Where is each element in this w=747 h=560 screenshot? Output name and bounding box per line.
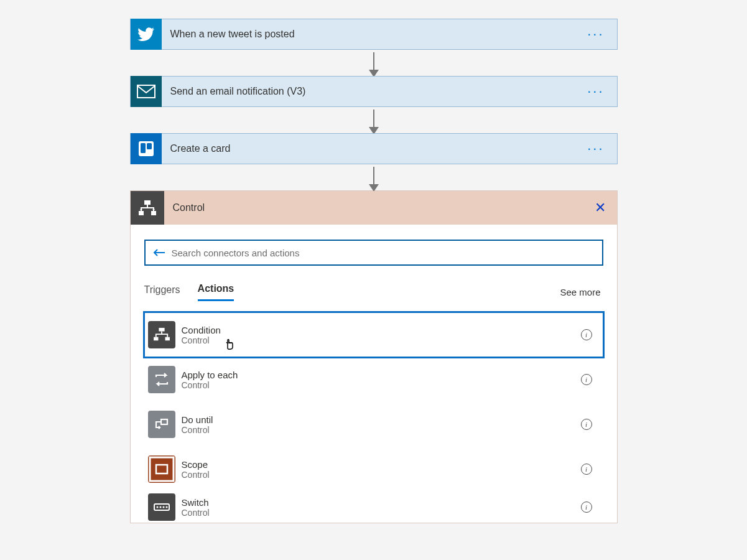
flow-step-twitter[interactable]: When a new tweet is posted ··· xyxy=(130,19,618,50)
scope-icon xyxy=(148,455,175,483)
svg-point-15 xyxy=(159,506,161,508)
action-switch[interactable]: Switch Control i xyxy=(144,492,603,523)
info-icon[interactable]: i xyxy=(581,464,592,475)
action-subtitle: Control xyxy=(182,380,238,390)
flow-arrow xyxy=(373,167,374,188)
step-title: When a new tweet is posted xyxy=(170,29,295,40)
tab-actions[interactable]: Actions xyxy=(198,283,234,301)
step-menu-button[interactable]: ··· xyxy=(587,85,604,98)
search-box[interactable] xyxy=(144,240,603,266)
svg-rect-9 xyxy=(165,337,169,341)
info-icon[interactable]: i xyxy=(581,502,592,513)
svg-rect-12 xyxy=(156,465,167,474)
svg-rect-0 xyxy=(137,85,155,98)
do-until-icon xyxy=(148,411,175,438)
action-title: Apply to each xyxy=(182,370,238,380)
action-subtitle: Control xyxy=(182,335,221,345)
twitter-icon xyxy=(131,19,162,50)
action-scope[interactable]: Scope Control i xyxy=(144,447,603,492)
see-more-link[interactable]: See more xyxy=(560,287,600,297)
step-menu-button[interactable]: ··· xyxy=(587,27,604,41)
step-title: Send an email notification (V3) xyxy=(170,86,306,97)
flow-arrow xyxy=(373,52,374,73)
step-title: Create a card xyxy=(170,143,231,154)
back-arrow-icon[interactable] xyxy=(151,248,168,257)
svg-rect-4 xyxy=(144,200,151,205)
info-icon[interactable]: i xyxy=(581,374,592,385)
svg-rect-6 xyxy=(151,211,156,215)
svg-rect-10 xyxy=(161,419,167,424)
step-menu-button[interactable]: ··· xyxy=(587,142,604,156)
svg-rect-11 xyxy=(150,457,174,481)
action-subtitle: Control xyxy=(182,470,210,480)
info-icon[interactable]: i xyxy=(581,329,592,340)
mail-icon xyxy=(131,76,162,107)
svg-rect-3 xyxy=(147,143,152,149)
svg-point-17 xyxy=(165,506,167,508)
action-list: Condition Control i Apply to each Contro… xyxy=(144,312,603,523)
condition-icon xyxy=(148,321,175,348)
action-title: Switch xyxy=(182,497,210,508)
control-icon xyxy=(131,191,164,225)
action-title: Condition xyxy=(182,325,221,335)
cursor-icon xyxy=(224,336,236,351)
action-title: Scope xyxy=(182,459,210,470)
panel-title: Control xyxy=(173,202,205,213)
action-subtitle: Control xyxy=(182,425,213,435)
close-icon[interactable]: ✕ xyxy=(595,200,606,216)
svg-rect-5 xyxy=(139,211,144,215)
flow-arrow xyxy=(373,110,374,131)
panel-header: Control ✕ xyxy=(131,191,617,225)
svg-point-16 xyxy=(162,506,164,508)
svg-rect-7 xyxy=(159,328,164,332)
action-condition[interactable]: Condition Control i xyxy=(144,312,603,357)
flow-step-email[interactable]: Send an email notification (V3) ··· xyxy=(130,76,618,107)
svg-point-14 xyxy=(156,506,158,508)
action-apply-to-each[interactable]: Apply to each Control i xyxy=(144,357,603,402)
switch-icon xyxy=(148,493,175,521)
action-do-until[interactable]: Do until Control i xyxy=(144,402,603,447)
info-icon[interactable]: i xyxy=(581,419,592,430)
svg-rect-8 xyxy=(154,337,158,341)
action-subtitle: Control xyxy=(182,508,210,518)
search-input[interactable] xyxy=(172,248,597,258)
flow-step-trello[interactable]: Create a card ··· xyxy=(130,133,618,164)
svg-rect-2 xyxy=(141,143,146,153)
control-panel: Control ✕ Triggers Actions See more xyxy=(130,190,618,523)
apply-to-each-icon xyxy=(148,366,175,393)
tabs: Triggers Actions See more xyxy=(144,283,603,301)
tab-triggers[interactable]: Triggers xyxy=(144,284,180,301)
action-title: Do until xyxy=(182,414,213,425)
trello-icon xyxy=(131,133,162,164)
